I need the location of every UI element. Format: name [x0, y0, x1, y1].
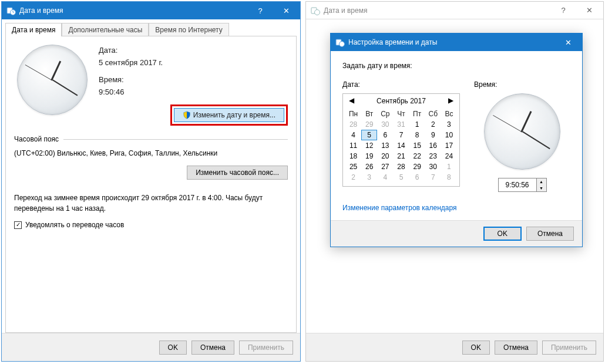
cal-day[interactable]: 28	[345, 119, 361, 130]
cal-day[interactable]: 17	[441, 140, 457, 151]
tab-additional-clocks[interactable]: Дополнительные часы	[62, 23, 149, 36]
cal-day[interactable]: 3	[361, 172, 377, 183]
cal-day[interactable]: 4	[377, 172, 393, 183]
window-title: Дата и время	[19, 6, 247, 15]
change-datetime-button[interactable]: Изменить дату и время...	[174, 108, 284, 122]
apply-button[interactable]: Применить	[542, 341, 596, 355]
cal-day[interactable]: 13	[377, 140, 393, 151]
close-button[interactable]: ✕	[555, 33, 581, 51]
cal-day[interactable]: 4	[345, 130, 361, 140]
cal-day[interactable]: 2	[345, 172, 361, 183]
clock-calendar-icon	[335, 38, 345, 47]
change-timezone-button[interactable]: Изменить часовой пояс...	[187, 166, 288, 180]
tab-panel: Дата: 5 сентября 2017 г. Время: 9:50:46 …	[5, 36, 297, 333]
cal-day[interactable]: 10	[441, 130, 457, 140]
tab-internet-time[interactable]: Время по Интернету	[149, 23, 228, 36]
cal-day[interactable]: 5	[361, 130, 377, 140]
svg-point-5	[340, 42, 345, 47]
help-button[interactable]: ?	[550, 2, 576, 19]
tab-datetime[interactable]: Дата и время	[5, 23, 62, 36]
shield-icon	[183, 111, 191, 119]
cal-day[interactable]: 8	[441, 172, 457, 183]
clock-calendar-icon	[6, 6, 16, 15]
cal-day[interactable]: 19	[361, 151, 377, 161]
dialog-prompt: Задать дату и время:	[342, 62, 570, 70]
cal-day[interactable]: 11	[345, 140, 361, 151]
timezone-value: (UTC+02:00) Вильнюс, Киев, Рига, София, …	[14, 149, 288, 157]
cal-day[interactable]: 2	[425, 119, 441, 130]
cal-dow: Сб	[425, 109, 441, 119]
cal-day[interactable]: 15	[409, 140, 425, 151]
time-value: 9:50:46	[99, 87, 288, 96]
cal-dow: Пт	[409, 109, 425, 119]
time-input[interactable]	[499, 178, 536, 191]
cal-day[interactable]: 8	[409, 130, 425, 140]
cal-day[interactable]: 29	[409, 161, 425, 172]
cal-dow: Ср	[377, 109, 393, 119]
cal-prev-button[interactable]: ◀	[347, 96, 356, 105]
cal-day[interactable]: 30	[377, 119, 393, 130]
calendar: ◀ Сентябрь 2017 ▶ ПнВтСрЧтПтСбВс28293031…	[342, 93, 460, 187]
spin-up-button[interactable]: ▲	[537, 178, 546, 185]
date-label: Дата:	[99, 46, 288, 55]
cal-month-title[interactable]: Сентябрь 2017	[377, 97, 426, 105]
dialog-titlebar[interactable]: Настройка времени и даты ✕	[331, 33, 582, 51]
spin-down-button[interactable]: ▼	[537, 185, 546, 191]
cal-day[interactable]: 22	[409, 151, 425, 161]
cal-day[interactable]: 18	[345, 151, 361, 161]
cal-day[interactable]: 25	[345, 161, 361, 172]
cancel-button[interactable]: Отмена	[526, 227, 574, 241]
checkbox-icon[interactable]: ✓	[14, 221, 22, 229]
cal-day[interactable]: 24	[441, 151, 457, 161]
close-button[interactable]: ✕	[273, 2, 299, 19]
highlight-box: Изменить дату и время...	[170, 105, 288, 126]
cal-day[interactable]: 20	[377, 151, 393, 161]
close-button[interactable]: ✕	[576, 2, 602, 19]
cal-day[interactable]: 29	[361, 119, 377, 130]
cal-day[interactable]: 9	[425, 130, 441, 140]
apply-button[interactable]: Применить	[239, 341, 293, 355]
window-title: Дата и время	[324, 6, 550, 15]
notify-checkbox-row[interactable]: ✓ Уведомлять о переводе часов	[14, 221, 288, 229]
cal-day[interactable]: 3	[441, 119, 457, 130]
calendar-settings-link[interactable]: Изменение параметров календаря	[342, 204, 457, 212]
analog-clock	[484, 93, 560, 170]
cal-day[interactable]: 16	[425, 140, 441, 151]
cal-day[interactable]: 5	[393, 172, 409, 183]
dialog-footer: OK Отмена	[331, 220, 582, 247]
cal-dow: Чт	[393, 109, 409, 119]
cal-day[interactable]: 6	[409, 172, 425, 183]
cal-day[interactable]: 27	[377, 161, 393, 172]
cal-day[interactable]: 1	[441, 161, 457, 172]
cancel-button[interactable]: Отмена	[191, 341, 234, 355]
tab-strip: Дата и время Дополнительные часы Время п…	[2, 19, 300, 36]
cal-day[interactable]: 30	[425, 161, 441, 172]
analog-clock	[14, 45, 90, 126]
cal-day[interactable]: 28	[393, 161, 409, 172]
ok-button[interactable]: OK	[483, 227, 522, 241]
time-label: Время:	[474, 80, 497, 89]
date-value: 5 сентября 2017 г.	[99, 58, 288, 67]
cal-day[interactable]: 14	[393, 140, 409, 151]
ok-button[interactable]: OK	[462, 341, 490, 355]
time-spinner[interactable]: ▲ ▼	[498, 178, 547, 192]
cal-day[interactable]: 21	[393, 151, 409, 161]
cal-day[interactable]: 23	[425, 151, 441, 161]
cal-dow: Вт	[361, 109, 377, 119]
cancel-button[interactable]: Отмена	[495, 341, 537, 355]
cal-day[interactable]: 31	[393, 119, 409, 130]
cal-next-button[interactable]: ▶	[446, 96, 456, 105]
cal-day[interactable]: 26	[361, 161, 377, 172]
titlebar-inactive[interactable]: Дата и время ? ✕	[306, 2, 603, 19]
help-button[interactable]: ?	[247, 2, 273, 19]
cal-day[interactable]: 12	[361, 140, 377, 151]
cal-day[interactable]: 7	[393, 130, 409, 140]
titlebar[interactable]: Дата и время ? ✕	[2, 2, 300, 19]
cal-dow: Пн	[345, 109, 361, 119]
time-label: Время:	[99, 75, 288, 84]
cal-day[interactable]: 1	[409, 119, 425, 130]
cal-day[interactable]: 7	[425, 172, 441, 183]
clock-calendar-icon	[311, 6, 320, 15]
ok-button[interactable]: OK	[159, 341, 187, 355]
cal-day[interactable]: 6	[377, 130, 393, 140]
